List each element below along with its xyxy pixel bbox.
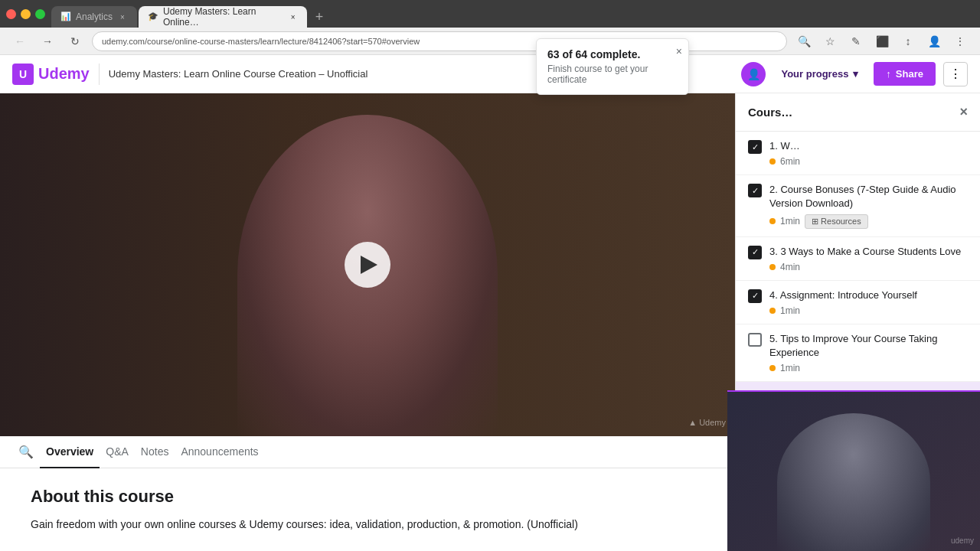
course-item-1[interactable]: ✓ 1. W… 6min — [736, 132, 980, 175]
header-divider — [99, 64, 100, 85]
tab-analytics-label: Analytics — [76, 11, 113, 22]
item-title-2: 2. Course Bonuses (7-Step Guide & Audio … — [769, 183, 968, 210]
checkbox-5[interactable] — [748, 333, 762, 347]
checkbox-4[interactable]: ✓ — [748, 289, 762, 303]
checkbox-2[interactable]: ✓ — [748, 184, 762, 197]
sidebar-title: Cours… — [748, 106, 792, 119]
tooltip-title: 63 of 64 complete. — [547, 48, 678, 60]
tooltip-close-button[interactable]: × — [676, 45, 682, 57]
browser-chrome: 📊 Analytics × 🎓 Udemy Masters: Learn Onl… — [0, 0, 980, 28]
checkbox-1[interactable]: ✓ — [748, 140, 762, 154]
share-label: Share — [896, 68, 923, 80]
logo-text: Udemy — [38, 65, 90, 83]
tab-navigation: 🔍 Overview Q&A Notes Announcements — [0, 436, 735, 468]
search-icon[interactable]: 🔍 — [793, 31, 815, 52]
tooltip-subtitle: Finish course to get your certificate — [547, 64, 678, 85]
udemy-logo[interactable]: U Udemy — [12, 64, 90, 85]
menu-icon[interactable]: ⋮ — [949, 31, 971, 52]
item-meta-5: 1min — [769, 363, 968, 373]
item-info-3: 3. 3 Ways to Make a Course Students Love… — [769, 245, 968, 272]
about-text: Gain freedom with your own online course… — [31, 516, 704, 533]
tab-nav: 🔍 Overview Q&A Notes Announcements — [0, 436, 735, 468]
progress-label: Your progress — [781, 68, 848, 80]
mini-video-background: udemy — [727, 392, 980, 551]
item-info-1: 1. W… 6min — [769, 139, 968, 167]
close-window-button[interactable] — [6, 9, 16, 19]
tab-announcements[interactable]: Announcements — [175, 436, 264, 468]
mini-video-person — [777, 413, 930, 551]
item-title-1: 1. W… — [769, 139, 968, 153]
analytics-favicon: 📊 — [60, 11, 71, 22]
about-title: About this course — [31, 487, 704, 507]
course-item-2[interactable]: ✓ 2. Course Bonuses (7-Step Guide & Audi… — [736, 175, 980, 236]
resources-badge-2[interactable]: ⊞ Resources — [805, 214, 868, 229]
header-actions: 👤 Your progress ▾ ↑ Share ⋮ — [741, 62, 968, 86]
item-info-4: 4. Assignment: Introduce Yourself 1min — [769, 289, 968, 316]
item-meta-1: 6min — [769, 156, 968, 167]
tab-analytics[interactable]: 📊 Analytics × — [51, 6, 137, 28]
tab-bar: 📊 Analytics × 🎓 Udemy Masters: Learn Onl… — [51, 0, 974, 28]
progress-tooltip: × 63 of 64 complete. Finish course to ge… — [536, 38, 689, 95]
play-button[interactable] — [345, 242, 390, 288]
extensions-icon[interactable]: ⬛ — [871, 31, 893, 52]
video-watermark: ▲ Udemy — [688, 418, 726, 427]
item-dot-5 — [769, 365, 776, 371]
tab-analytics-close[interactable]: × — [117, 11, 128, 22]
progress-chevron-icon: ▾ — [853, 68, 858, 80]
more-options-button[interactable]: ⋮ — [943, 62, 968, 86]
video-placeholder: ▲ Udemy — [0, 93, 735, 436]
toolbar-icons: 🔍 ☆ ✎ ⬛ ↕ 👤 ⋮ — [793, 31, 971, 52]
new-tab-button[interactable]: + — [309, 6, 330, 28]
back-button[interactable]: ← — [9, 31, 31, 52]
item-meta-3: 4min — [769, 262, 968, 272]
item-info-2: 2. Course Bonuses (7-Step Guide & Audio … — [769, 183, 968, 228]
course-item-3[interactable]: ✓ 3. 3 Ways to Make a Course Students Lo… — [736, 237, 980, 281]
item-dot-1 — [769, 158, 776, 165]
checkbox-3[interactable]: ✓ — [748, 246, 762, 259]
item-info-5: 5. Tips to Improve Your Course Taking Ex… — [769, 332, 968, 373]
refresh-button[interactable]: ↻ — [64, 31, 86, 52]
tab-udemy-label: Udemy Masters: Learn Online… — [163, 6, 283, 28]
about-section: About this course Gain freedom with your… — [0, 468, 735, 551]
minimize-window-button[interactable] — [21, 9, 31, 19]
tab-overview[interactable]: Overview — [40, 436, 100, 468]
item-duration-2: 1min — [780, 216, 800, 227]
logo-icon: U — [12, 64, 34, 85]
sync-icon[interactable]: ↕ — [897, 31, 919, 52]
udemy-favicon: 🎓 — [148, 11, 158, 22]
tab-udemy-close[interactable]: × — [288, 11, 298, 22]
item-duration-1: 6min — [780, 156, 800, 167]
search-tab-icon[interactable]: 🔍 — [12, 436, 40, 468]
udemy-header: U Udemy Udemy Masters: Learn Online Cour… — [0, 55, 980, 93]
tab-qa[interactable]: Q&A — [100, 436, 135, 468]
edit-icon[interactable]: ✎ — [845, 31, 867, 52]
user-avatar[interactable]: 👤 — [741, 62, 766, 86]
course-item-4[interactable]: ✓ 4. Assignment: Introduce Yourself 1min — [736, 281, 980, 324]
item-dot-2 — [769, 218, 776, 224]
tab-udemy[interactable]: 🎓 Udemy Masters: Learn Online… × — [139, 6, 307, 28]
sidebar-close-button[interactable]: × — [959, 104, 968, 120]
fullscreen-window-button[interactable] — [35, 9, 45, 19]
tab-notes[interactable]: Notes — [135, 436, 175, 468]
video-player[interactable]: ▲ Udemy — [0, 93, 735, 436]
item-duration-3: 4min — [780, 262, 800, 272]
item-meta-2: 1min ⊞ Resources — [769, 214, 968, 229]
progress-button[interactable]: Your progress ▾ — [773, 64, 866, 84]
bookmark-icon[interactable]: ☆ — [819, 31, 841, 52]
item-title-3: 3. 3 Ways to Make a Course Students Love — [769, 245, 968, 259]
course-item-5[interactable]: 5. Tips to Improve Your Course Taking Ex… — [736, 324, 980, 382]
address-bar: ← → ↻ udemy.com/course/online-course-mas… — [0, 28, 980, 55]
traffic-lights — [6, 9, 45, 19]
mini-video-watermark: udemy — [951, 536, 974, 545]
content-area: ▲ Udemy 🔍 Overview Q&A Notes Announcemen… — [0, 93, 735, 551]
item-title-5: 5. Tips to Improve Your Course Taking Ex… — [769, 332, 968, 360]
item-dot-4 — [769, 308, 776, 314]
sidebar-header: Cours… × — [736, 93, 980, 132]
forward-button[interactable]: → — [37, 31, 58, 52]
item-title-4: 4. Assignment: Introduce Yourself — [769, 289, 968, 302]
share-icon: ↑ — [886, 68, 891, 80]
item-duration-4: 1min — [780, 305, 800, 316]
profile-icon[interactable]: 👤 — [923, 31, 945, 52]
mini-video-player[interactable]: udemy — [727, 390, 980, 551]
share-button[interactable]: ↑ Share — [874, 62, 936, 86]
